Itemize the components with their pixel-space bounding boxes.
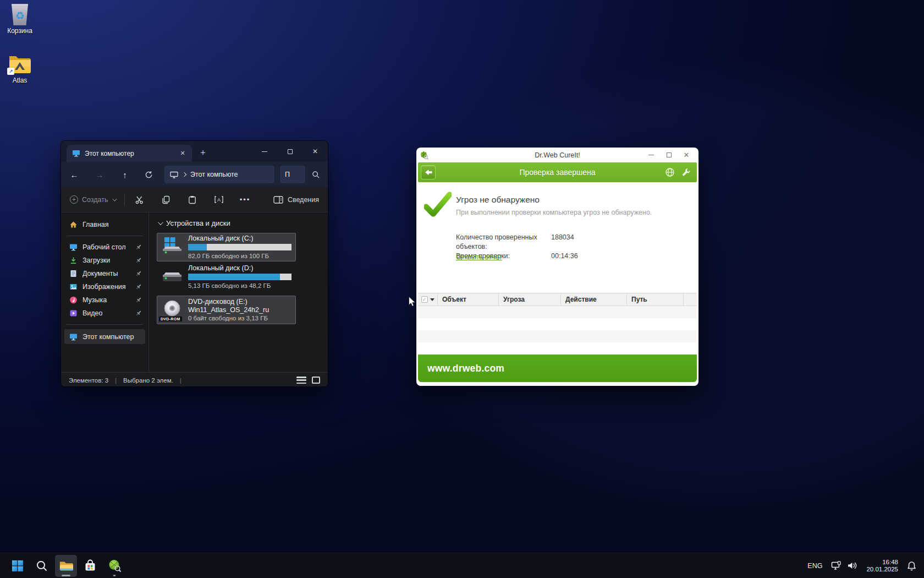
up-button[interactable]: ↑ — [119, 170, 130, 179]
volume-icon[interactable] — [847, 561, 857, 570]
new-tab-button[interactable]: ＋ — [199, 147, 207, 159]
sidebar-item-videos[interactable]: Видео — [64, 307, 145, 320]
pin-icon — [135, 297, 142, 303]
column-action[interactable]: Действие — [561, 293, 627, 306]
drweb-spider-icon — [108, 559, 122, 572]
cut-button[interactable] — [134, 195, 146, 204]
folder-icon — [59, 559, 73, 572]
paste-button[interactable] — [186, 195, 199, 204]
file-explorer-taskbar-button[interactable] — [55, 555, 77, 577]
dropdown-arrow-icon — [430, 298, 435, 301]
pin-icon — [135, 310, 142, 317]
drive-c-item[interactable]: Локальный диск (C:) 82,0 ГБ свободно из … — [157, 233, 296, 261]
stat-value: 00:14:36 — [551, 252, 578, 261]
dvd-rom-badge: DVD-ROM — [159, 317, 182, 321]
back-button[interactable] — [421, 165, 436, 179]
explorer-tab[interactable]: Этот компьютер ✕ — [67, 145, 192, 162]
sidebar-item-pictures[interactable]: Изображения — [64, 280, 145, 293]
shortcut-arrow-badge: ↗ — [7, 68, 14, 75]
back-button[interactable]: ← — [69, 170, 80, 179]
table-row-empty — [418, 318, 697, 330]
search-icon[interactable] — [312, 171, 320, 179]
tab-title: Этот компьютер — [85, 150, 173, 157]
explorer-address-bar: ← → ↑ Этот компьюте П — [61, 162, 328, 187]
settings-wrench-icon[interactable] — [681, 167, 691, 177]
minimize-button[interactable] — [252, 141, 277, 162]
explorer-status-bar: Элементов: 3 | Выбрано 2 элем. | — [61, 372, 328, 387]
mouse-cursor — [408, 296, 416, 308]
drive-usage-bar — [188, 244, 292, 250]
icons-view-button[interactable] — [312, 377, 320, 384]
language-globe-icon[interactable] — [665, 167, 675, 177]
drive-name: DVD-дисковод (E:) — [188, 298, 293, 306]
sidebar-item-music[interactable]: Музыка — [64, 293, 145, 307]
dvd-drive-item[interactable]: DVD-ROM DVD-дисковод (E:) Win11_Atlas_OS… — [157, 296, 296, 324]
language-indicator[interactable]: ENG — [807, 562, 822, 570]
this-pc-icon — [72, 150, 80, 157]
rename-button[interactable]: A — [213, 195, 225, 204]
time: 16:48 — [866, 559, 898, 566]
explorer-command-bar: + Создать A ••• Сведения — [61, 187, 328, 212]
dvd-disc-icon: DVD-ROM — [160, 297, 185, 323]
computer-icon — [170, 171, 178, 178]
details-pane-button[interactable]: Сведения — [273, 196, 319, 204]
minimize-button[interactable] — [642, 148, 660, 162]
maximize-button[interactable] — [277, 141, 302, 162]
sidebar-item-label: Главная — [82, 221, 142, 228]
details-pane-icon — [273, 196, 283, 204]
scan-result-title: Угроз не обнаружено — [456, 195, 540, 205]
drive-free-space: 0 байт свободно из 3,13 ГБ — [188, 314, 293, 322]
more-options-button[interactable]: ••• — [239, 195, 251, 204]
this-pc-icon — [69, 333, 78, 341]
column-path[interactable]: Путь — [627, 293, 684, 306]
sidebar-item-desktop[interactable]: Рабочий стол — [64, 241, 145, 254]
sidebar-item-home[interactable]: Главная — [64, 218, 145, 231]
notifications-bell-icon[interactable] — [907, 561, 916, 571]
system-drive-icon — [160, 235, 185, 260]
explorer-sidebar: Главная Рабочий стол Загрузки Документы … — [61, 212, 149, 372]
scan-result-subtitle: При выполнении проверки компьютера угроз… — [456, 209, 652, 216]
close-button[interactable]: ✕ — [678, 148, 695, 162]
threats-table-header: ✓ Объект Угроза Действие Путь — [418, 293, 697, 306]
microsoft-store-taskbar-button[interactable] — [79, 555, 101, 577]
start-button[interactable] — [7, 555, 29, 577]
sidebar-item-label: Видео — [82, 309, 130, 317]
recycle-bin-label: Корзина — [3, 27, 36, 35]
drive-icon — [160, 264, 185, 290]
open-report-link[interactable]: Открыть отчет — [456, 253, 502, 261]
drive-d-item[interactable]: Локальный диск (D:) 5,13 ГБ свободно из … — [157, 263, 296, 291]
devices-and-drives-section-header[interactable]: Устройства и диски — [158, 219, 328, 227]
recycle-bin-desktop-icon[interactable]: ♻ Корзина — [3, 3, 36, 35]
pin-icon — [135, 244, 142, 250]
drweb-taskbar-button[interactable] — [103, 555, 125, 577]
running-app-indicator — [113, 575, 116, 576]
copy-button[interactable] — [160, 195, 172, 204]
stat-label: Количество проверенных объектов: — [456, 233, 551, 252]
sidebar-item-downloads[interactable]: Загрузки — [64, 254, 145, 267]
breadcrumb[interactable]: Этот компьюте — [164, 166, 274, 183]
close-button[interactable]: ✕ — [302, 141, 328, 162]
tab-close-icon[interactable]: ✕ — [178, 149, 188, 159]
search-button[interactable] — [31, 555, 53, 577]
network-icon[interactable] — [831, 561, 842, 570]
column-threat[interactable]: Угроза — [499, 293, 561, 306]
clock[interactable]: 16:48 20.01.2025 — [866, 559, 898, 573]
select-all-column-header[interactable]: ✓ — [418, 293, 438, 306]
drive-free-space: 82,0 ГБ свободно из 100 ГБ — [188, 252, 293, 260]
sidebar-item-this-pc[interactable]: Этот компьютер — [64, 329, 145, 344]
taskbar: ENG 16:48 20.01.2025 — [0, 553, 924, 578]
column-object[interactable]: Объект — [438, 293, 499, 306]
sidebar-item-label: Рабочий стол — [82, 243, 130, 251]
checkbox-icon[interactable]: ✓ — [421, 296, 428, 303]
new-button[interactable]: + Создать — [70, 195, 116, 204]
search-input[interactable]: П — [280, 166, 305, 183]
sidebar-item-documents[interactable]: Документы — [64, 267, 145, 280]
selected-count: Выбрано 2 элем. — [123, 377, 173, 384]
details-view-button[interactable] — [296, 377, 306, 384]
forward-button[interactable]: → — [94, 170, 105, 179]
maximize-button[interactable] — [660, 148, 678, 162]
threats-table: ✓ Объект Угроза Действие Путь — [418, 293, 697, 355]
file-explorer-window: Этот компьютер ✕ ＋ ✕ ← → ↑ Этот компьюте… — [61, 140, 328, 387]
atlas-folder-desktop-icon[interactable]: ↗ Atlas — [3, 53, 36, 84]
refresh-button[interactable] — [145, 171, 156, 179]
